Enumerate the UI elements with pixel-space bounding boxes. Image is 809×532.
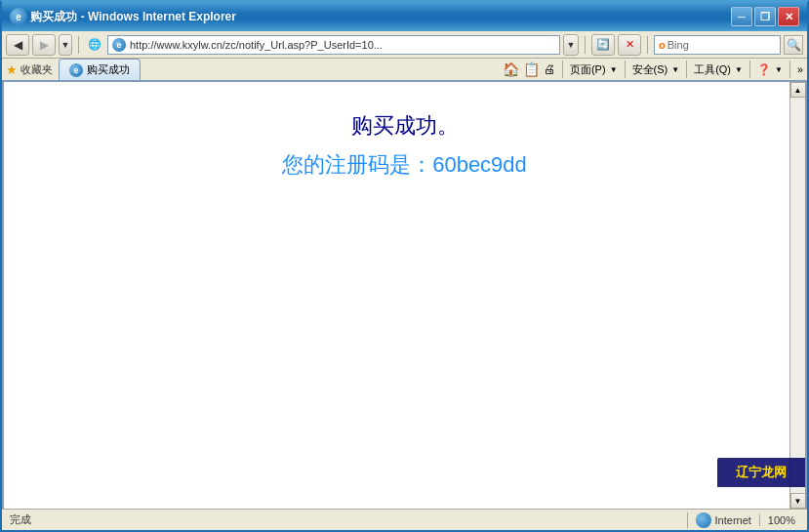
zone-text: Internet [715,514,751,526]
address-bar[interactable]: e http://www.kxylw.cn/zc/notify_Url.asp?… [107,35,560,55]
page-menu[interactable]: 页面(P) [570,62,606,77]
refresh-button[interactable]: 🔄 [591,34,615,56]
success-title: 购买成功。 [23,111,786,141]
tab-label: 购买成功 [87,62,130,77]
safety-menu-arrow[interactable]: ▼ [671,65,679,74]
address-label: 🌐 [88,38,101,51]
search-input-box[interactable]: o Bing [654,35,781,55]
page-menu-arrow[interactable]: ▼ [610,65,618,74]
address-dropdown-button[interactable]: ▼ [563,34,579,56]
favorites-menu[interactable]: ★ 收藏夹 [6,62,53,77]
scroll-down-button[interactable]: ▼ [790,493,806,509]
page-icon: e [112,38,126,52]
vertical-scrollbar[interactable]: ▲ ▼ [789,82,805,509]
title-bar: e 购买成功 - Windows Internet Explorer ─ ❐ ✕ [2,2,807,31]
registration-code-line: 您的注册码是：60bec9dd [23,150,786,180]
help-arrow[interactable]: ▼ [775,65,783,74]
watermark: 辽宁龙网 [717,458,805,487]
star-icon: ★ [6,62,18,77]
help-button[interactable]: ❓ [757,63,771,76]
back-button[interactable]: ◀ [6,34,29,56]
separator-cmd [562,61,563,78]
dropdown-nav-button[interactable]: ▼ [59,34,72,56]
status-bar: 完成 Internet 100% [2,509,807,530]
forward-button[interactable]: ▶ [32,34,56,56]
search-placeholder: Bing [667,39,689,51]
title-bar-icon: e [10,8,27,25]
status-text: 完成 [6,512,687,527]
search-button[interactable]: 🔍 [784,35,803,55]
zoom-indicator[interactable]: 100% [759,514,803,526]
bing-logo: o [659,39,666,51]
more-button[interactable]: » [797,63,803,75]
stop-button[interactable]: ✕ [618,34,641,56]
browser-content: 购买成功。 您的注册码是：60bec9dd ▲ ▼ 辽宁龙网 [2,82,807,509]
favorites-bar: ★ 收藏夹 e 购买成功 🏠 📋 🖨 页面(P) ▼ 安全(S) ▼ 工具(Q)… [2,59,807,82]
zone-indicator: Internet [687,512,759,528]
separator-3 [647,36,648,54]
globe-icon [696,512,711,528]
separator-2 [585,36,586,54]
sep-cmd3 [686,61,687,78]
browser-tab[interactable]: e 购买成功 [59,59,141,80]
safety-menu[interactable]: 安全(S) [632,62,668,77]
restore-button[interactable]: ❐ [754,7,776,26]
close-button[interactable]: ✕ [778,7,799,26]
sep-cmd5 [789,61,790,78]
tools-menu-arrow[interactable]: ▼ [735,65,743,74]
tab-icon: e [69,63,83,77]
sep-cmd4 [749,61,750,78]
sep-cmd2 [625,61,626,78]
zoom-text: 100% [768,514,795,526]
print-button[interactable]: 🖨 [544,62,555,76]
rss-button[interactable]: 📋 [523,61,540,77]
page-body: 购买成功。 您的注册码是：60bec9dd [4,82,805,209]
nav-toolbar: ◀ ▶ ▼ 🌐 e http://www.kxylw.cn/zc/notify_… [2,31,807,59]
tools-menu[interactable]: 工具(Q) [694,62,731,77]
title-bar-text: 购买成功 - Windows Internet Explorer [30,9,731,25]
home-button[interactable]: 🏠 [503,61,519,77]
command-bar: 🏠 📋 🖨 页面(P) ▼ 安全(S) ▼ 工具(Q) ▼ ❓ ▼ » [503,61,803,78]
minimize-button[interactable]: ─ [731,7,752,26]
url-text: http://www.kxylw.cn/zc/notify_Url.asp?P_… [130,39,383,51]
scroll-up-button[interactable]: ▲ [790,82,806,98]
favorites-label: 收藏夹 [20,62,53,77]
separator-1 [78,36,79,54]
window-controls: ─ ❐ ✕ [731,7,799,26]
